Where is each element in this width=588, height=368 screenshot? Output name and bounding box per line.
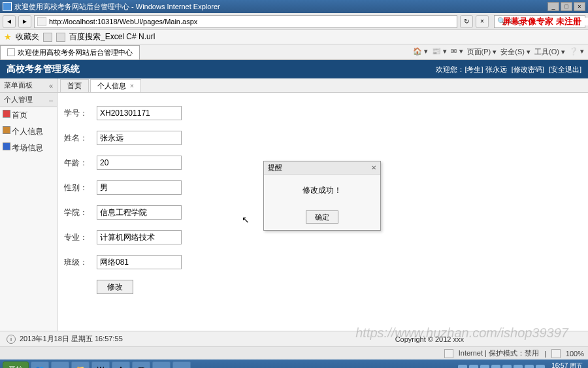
dialog-ok-button[interactable]: 确定 [306,210,338,224]
address-bar[interactable] [34,15,457,28]
favorite-item[interactable]: 百度搜索_Excel C# N.url [69,31,155,42]
sidebar-panel-header: 菜单面板 « [0,78,57,93]
welcome-text: 欢迎您：[考生] 张永远 [修改密码] [安全退出] [436,65,581,75]
status-icon [444,349,453,358]
start-button[interactable]: 开始 [3,361,29,368]
main-tabs: 首页 个人信息 × [57,78,588,93]
taskbar-app-word[interactable]: W [91,361,110,368]
back-button[interactable]: ◄ [3,15,16,28]
tray-icon-2[interactable] [469,365,478,368]
home-menu[interactable]: 🏠 ▾ [413,47,428,57]
tray-icon-3[interactable] [480,365,489,368]
label-class: 班级： [64,257,97,268]
tray-icon-4[interactable] [491,365,500,368]
input-gender[interactable] [97,180,182,195]
page-menu[interactable]: 页面(P) ▾ [467,47,497,57]
ie-icon [3,2,12,11]
windows-taskbar: 开始 👥 e 📁 W A ▦ ∞ e 16:57 周五 2013-01-18 [0,360,588,368]
dialog-close-icon[interactable]: ✕ [371,164,376,171]
system-header: 高校考务管理系统 欢迎您：[考生] 张永远 [修改密码] [安全退出] [0,60,588,78]
taskbar-app-ie[interactable]: e [172,361,191,368]
tab-home-label: 首页 [67,81,82,91]
tab-home[interactable]: 首页 [60,79,89,92]
tray-icon-7[interactable] [525,365,534,368]
tray-icon-8[interactable] [536,365,545,368]
window-title: 欢迎使用高校考务网站后台管理中心 - Windows Internet Expl… [14,2,547,12]
maximize-button[interactable]: □ [561,2,572,11]
close-button[interactable]: × [574,2,585,11]
sidebar-panel-title: 菜单面板 [4,80,33,90]
taskbar-app-5[interactable]: ▦ [132,361,150,368]
label-gender: 性别： [64,182,97,193]
url-input[interactable] [49,18,454,25]
dialog-title: 提醒 [268,163,282,173]
favorites-bar: ★ 收藏夹 百度搜索_Excel C# N.url [0,30,588,44]
minimize-button[interactable]: _ [547,2,559,11]
taskbar-clock[interactable]: 16:57 周五 2013-01-18 [547,362,585,368]
sidebar-item-exam-room[interactable]: 考场信息 [0,140,57,156]
favorites-label[interactable]: 收藏夹 [16,31,39,42]
tray-icon-5[interactable] [502,365,512,368]
main-panel: 首页 个人信息 × 学号： 姓名： 年龄： 性别： 学院： 专业： 班级： 修改… [57,78,588,331]
input-name[interactable] [97,131,182,145]
sidebar-section-header[interactable]: 个人管理 – [0,93,57,107]
page-icon [37,17,46,26]
system-tray: 16:57 周五 2013-01-18 [458,362,585,368]
footer-copyright: Copyright © 2012 xxx [395,335,464,343]
system-title: 高校考务管理系统 [7,63,436,75]
help-menu[interactable]: ❔ ▾ [569,47,584,57]
recorder-watermark: 屏幕录像专家 未注册 [502,16,581,27]
change-password-link[interactable]: [修改密码] [512,65,544,73]
taskbar-app-2[interactable]: e [51,361,69,368]
label-major: 专业： [64,232,97,243]
page-footer: i 2013年1月18日 星期五 16:57:55 Copyright © 20… [0,331,588,346]
status-zone: Internet | 保护模式：禁用 [459,348,539,358]
collapse-sidebar-icon[interactable]: « [49,82,53,90]
tray-icon-1[interactable] [458,365,467,368]
feed-menu[interactable]: 📰 ▾ [432,47,447,57]
forward-button[interactable]: ► [18,15,31,28]
safety-menu[interactable]: 安全(S) ▾ [500,47,531,57]
browser-tab[interactable]: 欢迎使用高校考务网站后台管理中心 [0,45,140,59]
content-area: 菜单面板 « 个人管理 – 首页 个人信息 考场信息 首页 个人信息 × 学号：… [0,78,588,331]
protected-mode-icon [551,349,561,358]
tools-menu[interactable]: 工具(O) ▾ [534,47,565,57]
refresh-button[interactable]: ↻ [460,15,473,28]
address-toolbar: ◄ ► ↻ × 🔍 [0,13,588,30]
alert-dialog: 提醒 ✕ 修改成功！ 确定 [263,161,381,231]
dialog-titlebar: 提醒 ✕ [264,161,380,175]
taskbar-app-1[interactable]: 👥 [31,361,49,368]
fav-icon-2[interactable] [56,33,65,42]
sidebar: 菜单面板 « 个人管理 – 首页 个人信息 考场信息 [0,78,57,331]
input-class[interactable] [97,255,182,269]
taskbar-app-3[interactable]: 📁 [71,361,90,368]
form-area: 学号： 姓名： 年龄： 性别： 学院： 专业： 班级： 修改 提醒 ✕ 修改成功… [57,93,588,307]
welcome-prefix: 欢迎您：[考生] [436,65,483,73]
tab-personal-info[interactable]: 个人信息 × [90,79,141,92]
input-major[interactable] [97,230,182,244]
label-name: 姓名： [64,133,97,144]
input-student-id[interactable] [97,106,182,120]
fav-icon-1[interactable] [43,33,52,42]
sidebar-item-home[interactable]: 首页 [0,107,57,124]
mail-menu[interactable]: ✉ ▾ [451,47,463,57]
input-college[interactable] [97,205,182,220]
footer-datetime: 2013年1月18日 星期五 16:57:55 [20,334,123,344]
collapse-section-icon[interactable]: – [49,96,53,104]
window-buttons: _ □ × [547,2,585,11]
tray-icon-6[interactable] [514,365,523,368]
info-icon: i [7,335,16,344]
logout-link[interactable]: [安全退出] [549,65,581,73]
window-titlebar: 欢迎使用高校考务网站后台管理中心 - Windows Internet Expl… [0,0,588,13]
input-age[interactable] [97,156,182,170]
label-age: 年龄： [64,158,97,169]
tab-close-icon[interactable]: × [130,82,134,90]
ie-statusbar: Internet | 保护模式：禁用 | 100% [0,346,588,360]
favorites-star-icon[interactable]: ★ [4,32,12,42]
zoom-level[interactable]: 100% [566,350,584,358]
sidebar-item-personal-info[interactable]: 个人信息 [0,124,57,140]
stop-button[interactable]: × [476,15,489,28]
taskbar-app-vs[interactable]: ∞ [152,361,171,368]
modify-button[interactable]: 修改 [97,280,133,294]
taskbar-app-access[interactable]: A [112,361,130,368]
